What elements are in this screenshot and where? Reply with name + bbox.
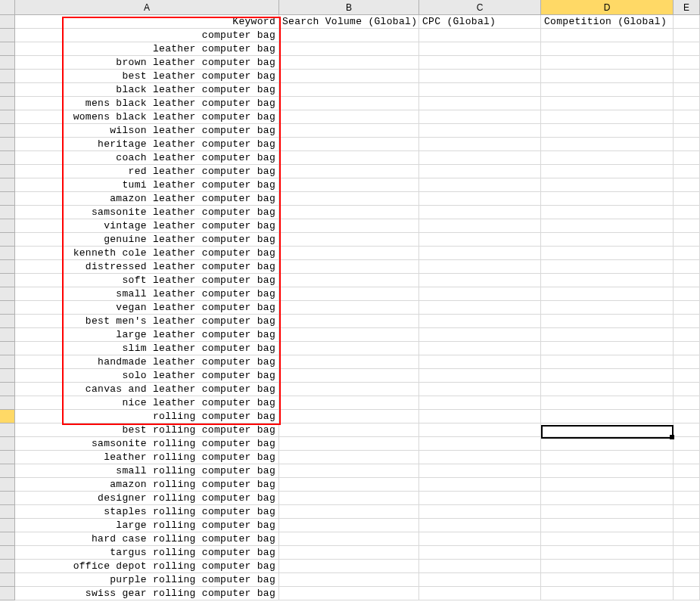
row-header[interactable] <box>0 260 15 274</box>
cell[interactable]: soft leather computer bag <box>15 274 279 287</box>
cell[interactable]: swiss gear rolling computer bag <box>15 587 279 600</box>
cell[interactable] <box>674 70 700 83</box>
cell[interactable] <box>674 29 700 42</box>
cell[interactable] <box>279 546 419 560</box>
row-header[interactable] <box>0 383 15 396</box>
cell[interactable] <box>419 83 541 97</box>
cell[interactable] <box>674 219 700 233</box>
row-header[interactable] <box>0 178 15 192</box>
cell[interactable] <box>541 437 674 451</box>
row-header[interactable] <box>0 301 15 315</box>
row-header[interactable] <box>0 410 15 424</box>
cell[interactable] <box>279 492 419 505</box>
cell[interactable]: Competition (Global) <box>541 15 674 29</box>
row-header[interactable] <box>0 274 15 287</box>
cell[interactable] <box>419 410 541 424</box>
cell[interactable] <box>279 192 419 206</box>
cell[interactable] <box>541 505 674 519</box>
cell[interactable]: targus rolling computer bag <box>15 546 279 560</box>
cell[interactable] <box>279 56 419 70</box>
cell[interactable] <box>674 369 700 383</box>
column-header-b[interactable]: B <box>279 0 419 15</box>
cell[interactable]: distressed leather computer bag <box>15 260 279 274</box>
row-header[interactable] <box>0 478 15 492</box>
cell[interactable] <box>419 573 541 587</box>
cell[interactable] <box>674 342 700 355</box>
cell[interactable] <box>541 369 674 383</box>
cell[interactable] <box>541 492 674 505</box>
cell[interactable]: solo leather computer bag <box>15 369 279 383</box>
cell[interactable] <box>674 532 700 546</box>
cell[interactable] <box>674 233 700 247</box>
cell[interactable] <box>419 587 541 600</box>
cell[interactable] <box>279 369 419 383</box>
cell[interactable]: samsonite rolling computer bag <box>15 437 279 451</box>
cell[interactable] <box>279 451 419 464</box>
row-header[interactable] <box>0 70 15 83</box>
cell[interactable]: handmade leather computer bag <box>15 355 279 369</box>
cell[interactable] <box>541 587 674 600</box>
row-header[interactable] <box>0 56 15 70</box>
cell[interactable] <box>279 519 419 532</box>
cell[interactable] <box>674 328 700 342</box>
cell[interactable]: kenneth cole leather computer bag <box>15 247 279 260</box>
cell[interactable] <box>419 124 541 138</box>
cell[interactable] <box>674 478 700 492</box>
cell[interactable]: amazon rolling computer bag <box>15 478 279 492</box>
cell[interactable] <box>419 342 541 355</box>
row-header[interactable] <box>0 42 15 56</box>
cell[interactable] <box>279 424 419 437</box>
cell[interactable] <box>419 424 541 437</box>
row-header[interactable] <box>0 464 15 478</box>
cell[interactable] <box>419 505 541 519</box>
cell[interactable]: hard case rolling computer bag <box>15 532 279 546</box>
cell[interactable] <box>279 383 419 396</box>
cell[interactable]: red leather computer bag <box>15 165 279 178</box>
cell[interactable] <box>279 573 419 587</box>
cell[interactable] <box>674 83 700 97</box>
cell[interactable] <box>674 15 700 29</box>
row-header[interactable] <box>0 206 15 219</box>
cell[interactable] <box>419 437 541 451</box>
cell[interactable] <box>541 573 674 587</box>
row-header[interactable] <box>0 97 15 110</box>
cell[interactable]: rolling computer bag <box>15 410 279 424</box>
row-header[interactable] <box>0 192 15 206</box>
cell[interactable] <box>674 56 700 70</box>
cell[interactable] <box>279 560 419 573</box>
cell[interactable] <box>541 124 674 138</box>
cell[interactable] <box>419 110 541 124</box>
cell[interactable] <box>674 110 700 124</box>
cell[interactable] <box>279 464 419 478</box>
cell[interactable] <box>674 301 700 315</box>
cell[interactable]: canvas and leather computer bag <box>15 383 279 396</box>
cell[interactable] <box>279 165 419 178</box>
cell[interactable]: leather rolling computer bag <box>15 451 279 464</box>
cell[interactable] <box>674 451 700 464</box>
cell[interactable] <box>279 219 419 233</box>
cell[interactable] <box>674 138 700 151</box>
cell[interactable] <box>419 519 541 532</box>
cell[interactable]: designer rolling computer bag <box>15 492 279 505</box>
cell[interactable]: vintage leather computer bag <box>15 219 279 233</box>
cell[interactable]: vegan leather computer bag <box>15 301 279 315</box>
cell[interactable] <box>674 355 700 369</box>
cell[interactable] <box>279 355 419 369</box>
column-header-c[interactable]: C <box>419 0 541 15</box>
cell[interactable] <box>674 247 700 260</box>
cell[interactable] <box>541 219 674 233</box>
cell[interactable] <box>419 492 541 505</box>
cell[interactable]: staples rolling computer bag <box>15 505 279 519</box>
cell[interactable] <box>279 110 419 124</box>
row-header[interactable] <box>0 560 15 573</box>
cell[interactable] <box>279 274 419 287</box>
cell[interactable] <box>419 70 541 83</box>
column-header-a[interactable]: A <box>15 0 279 15</box>
cell[interactable] <box>419 165 541 178</box>
cell[interactable] <box>419 369 541 383</box>
cell[interactable]: mens black leather computer bag <box>15 97 279 110</box>
row-header[interactable] <box>0 546 15 560</box>
cell[interactable] <box>674 165 700 178</box>
cell[interactable] <box>674 206 700 219</box>
cell[interactable] <box>419 274 541 287</box>
